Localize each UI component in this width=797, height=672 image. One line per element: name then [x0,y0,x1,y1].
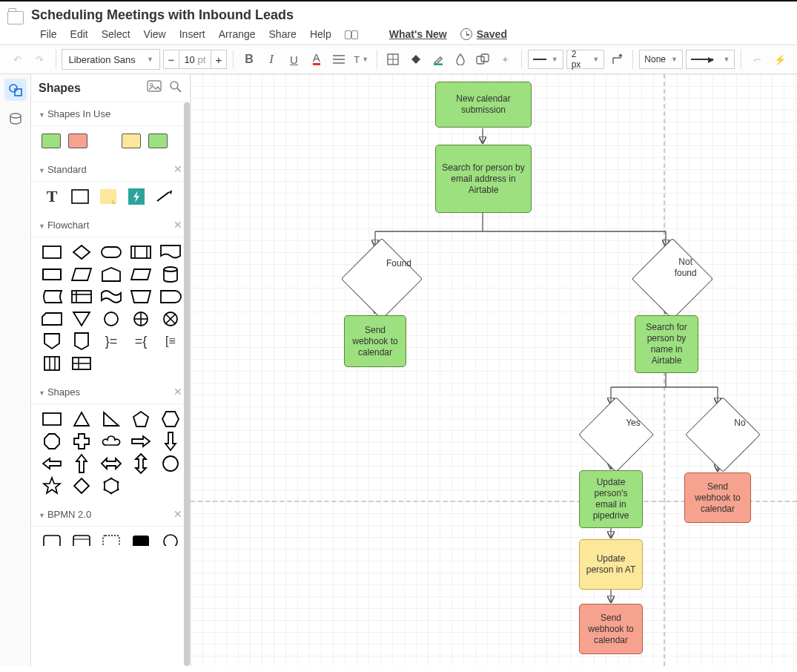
sh-arrow-ud[interactable] [130,456,151,471]
menu-edit[interactable]: Edit [70,28,88,40]
fc-data[interactable] [71,267,92,282]
fc-offpage[interactable] [42,334,62,349]
underline-button[interactable]: U [284,49,303,70]
font-size-increase[interactable]: + [211,50,227,69]
font-size-decrease[interactable]: − [163,50,179,69]
decision-no[interactable]: No [690,403,755,466]
sidebar-scroll[interactable]: ▼Shapes In Use ▼Standard ✕ T [31,102,190,666]
magic-button[interactable]: ✦ [495,49,515,70]
text-shape[interactable]: T [42,189,62,204]
text-color-button[interactable]: A [307,49,326,70]
fc-internal[interactable] [71,289,92,304]
folder-icon[interactable] [7,11,24,24]
section-bpmn-close[interactable]: ✕ [173,508,182,520]
fc-grid4[interactable] [42,356,62,371]
node-new-calendar[interactable]: New calendar submission [435,82,532,128]
bpmn-4[interactable] [130,534,151,546]
sh-hexagon[interactable] [160,412,181,426]
bold-button[interactable]: B [239,49,259,70]
bolt-button[interactable]: ⚡ [770,49,790,70]
undo-button[interactable]: ↶ [7,49,27,70]
swatch-red-rect[interactable] [68,134,87,148]
sh-arrow-l[interactable] [42,456,62,471]
menu-insert[interactable]: Insert [179,28,205,40]
fc-offpage2[interactable] [71,334,92,349]
node-send-webhook-2[interactable]: Send webhook to calendar [579,604,643,654]
sh-circle[interactable] [160,456,181,471]
fc-table[interactable] [71,356,92,371]
menu-help[interactable]: Help [310,28,331,40]
opacity-button[interactable] [451,49,470,70]
fc-delay[interactable] [160,289,181,304]
layout-button[interactable] [383,49,403,70]
sh-rtriangle[interactable] [101,412,122,426]
node-update-pipedrive[interactable]: Update person's email in pipedrive [579,470,643,528]
node-send-webhook-1[interactable]: Send webhook to calendar [344,315,406,367]
note-shape[interactable] [98,189,119,204]
section-shapes-in-use[interactable]: ▼Shapes In Use [31,102,190,126]
redo-button[interactable]: ↷ [30,49,49,70]
fc-stored[interactable] [42,289,62,304]
fc-connector[interactable] [101,312,122,326]
bpmn-1[interactable] [42,534,62,546]
line-routing-button[interactable] [607,49,626,70]
fc-brace-l[interactable]: ={ [130,334,151,349]
menu-arrange[interactable]: Arrange [219,28,256,40]
bolt-shape[interactable] [126,189,147,204]
fc-predefined[interactable] [130,245,151,260]
fc-manual[interactable] [130,289,151,304]
fc-database[interactable] [160,267,181,282]
sh-triangle[interactable] [71,412,92,426]
sh-arrow-d[interactable] [160,434,181,449]
decision-found[interactable]: Found [347,246,417,312]
sh-star[interactable] [42,478,62,493]
border-color-button[interactable] [429,49,448,70]
sh-diamond2[interactable] [71,478,92,493]
fc-tape[interactable] [101,289,122,304]
fc-pentagon[interactable] [101,267,122,282]
shape-style-button[interactable] [473,49,492,70]
fc-display[interactable] [42,267,62,282]
fill-color-button[interactable] [406,49,425,70]
node-send-webhook-3[interactable]: Send webhook to calendar [684,472,751,523]
section-shapes[interactable]: ▼Shapes ✕ [31,380,190,404]
start-arrow-select[interactable]: None▼ [639,50,683,69]
image-icon[interactable] [147,80,162,96]
node-update-at[interactable]: Update person in AT [579,539,643,590]
sh-pentagon[interactable] [130,412,151,426]
section-standard[interactable]: ▼Standard ✕ [31,157,190,182]
section-shapes-close[interactable]: ✕ [173,386,182,398]
swatch-yellow-rect[interactable] [122,134,141,148]
section-bpmn[interactable]: ▼BPMN 2.0 ✕ [31,502,190,527]
fc-decision[interactable] [71,245,92,260]
scrollbar-thumb[interactable] [184,102,190,441]
align-button[interactable] [329,49,348,70]
fc-terminator[interactable] [101,245,122,260]
menu-file[interactable]: File [40,28,57,40]
fc-summing[interactable] [130,312,151,326]
rect-shape[interactable] [70,189,90,204]
canvas[interactable]: New calendar submission Search for perso… [191,74,797,666]
revert-button[interactable]: ⤺ [747,49,767,70]
menu-share[interactable]: Share [269,28,297,40]
section-standard-close[interactable]: ✕ [173,163,182,175]
arrow-shape[interactable] [154,189,175,204]
text-style-button[interactable]: T▼ [351,49,371,70]
fc-io[interactable] [130,267,151,282]
bpmn-2[interactable] [71,534,92,546]
rail-shapes[interactable] [4,79,27,101]
rail-data[interactable] [4,108,27,131]
sh-rect[interactable] [42,412,62,426]
bpmn-5[interactable] [160,534,181,546]
fc-annotation[interactable]: [≡ [160,334,181,349]
fc-or[interactable] [160,312,181,326]
sh-octagon[interactable] [42,434,62,449]
menu-view[interactable]: View [144,28,166,40]
decision-not-found[interactable]: Not found [638,246,707,312]
font-family-select[interactable]: Liberation Sans▼ [62,49,159,70]
find-icon[interactable] [345,29,358,39]
sh-poly[interactable] [101,478,122,493]
stroke-width-select[interactable]: 2 px▼ [566,50,605,69]
sh-cross[interactable] [71,434,92,449]
document-title[interactable]: Scheduling Meetings with Inbound Leads [31,7,294,23]
